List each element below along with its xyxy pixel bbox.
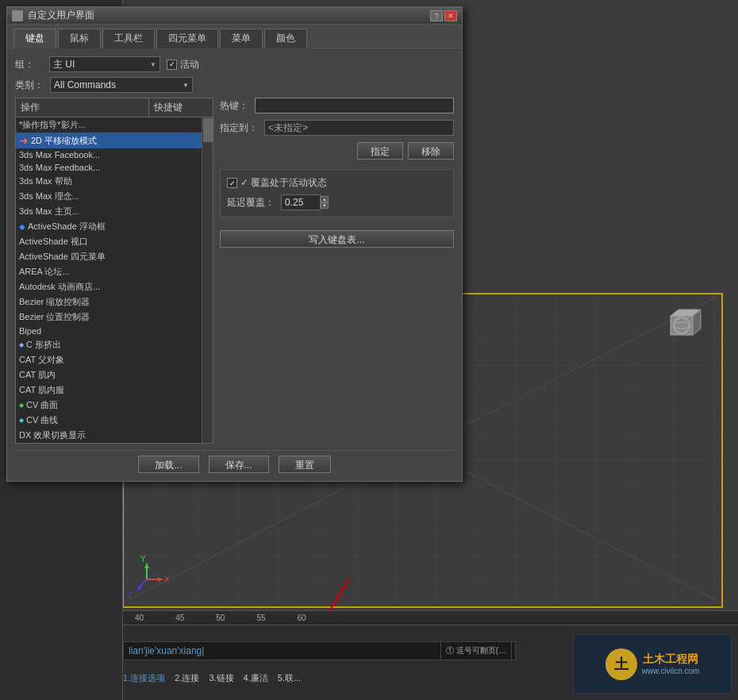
group-dropdown-arrow: ▼ (150, 61, 156, 68)
tab-toolbar[interactable]: 工具栏 (102, 29, 155, 48)
list-item[interactable]: 3ds Max Facebook... (16, 148, 213, 161)
save-button[interactable]: 保存... (209, 456, 269, 473)
cover-active-label: ✓ 覆盖处于活动状态 (240, 176, 327, 190)
svg-line-45 (137, 579, 147, 589)
delay-arrows: ▲ ▼ (321, 196, 329, 209)
delay-row: 延迟覆盖： 0.25 ▲ ▼ (227, 194, 447, 210)
hotkey-row: 热键： (220, 98, 454, 113)
hotkey-input[interactable] (255, 98, 454, 113)
dialog-title: 自定义用户界面 (12, 9, 94, 22)
svg-text:Y: Y (140, 555, 146, 563)
delay-down-arrow[interactable]: ▼ (321, 202, 329, 209)
list-item[interactable]: ◆ ActiveShade 浮动框 (16, 219, 213, 234)
cover-section: ✓ ✓ 覆盖处于活动状态 延迟覆盖： 0.25 ▲ ▼ (220, 169, 454, 217)
hint-circle-label: ① 逗号可翻页(… (440, 641, 512, 660)
cover-active-checkbox[interactable]: ✓ ✓ 覆盖处于活动状态 (227, 176, 327, 190)
hint-item-1: 1.连接选项 (123, 672, 165, 684)
list-item-cat-muscle-clothing[interactable]: CAT 肌内服 (16, 383, 213, 398)
group-label: 组： (15, 58, 43, 71)
cv-curve-icon: ◆ (19, 417, 24, 424)
svg-text:X: X (164, 575, 170, 584)
list-item-selected[interactable]: ➜ 2D 平移缩放模式 (16, 133, 213, 148)
list-item[interactable]: 3ds Max 主页... (16, 204, 213, 219)
hint-item-5: 5.联... (278, 672, 301, 684)
close-button[interactable]: ✕ (444, 10, 457, 21)
list-item-cat-parent[interactable]: CAT 父对象 (16, 352, 213, 367)
list-item[interactable]: AREA 论坛... (16, 264, 213, 279)
load-button[interactable]: 加载... (138, 456, 198, 473)
assign-button[interactable]: 指定 (357, 142, 403, 160)
group-dropdown[interactable]: 主 UI ▼ (49, 56, 160, 72)
cover-checkbox-box[interactable]: ✓ (227, 178, 237, 188)
tab-quad-menu[interactable]: 四元菜单 (156, 29, 218, 48)
hint-item-4: 4.廉洁 (244, 672, 268, 684)
active-label: 活动 (180, 58, 199, 71)
list-item[interactable]: Bezier 位置控制器 (16, 310, 213, 325)
reset-button[interactable]: 重置 (279, 456, 331, 473)
delay-up-arrow[interactable]: ▲ (321, 196, 329, 202)
titlebar-buttons: ? ✕ (430, 10, 457, 21)
category-dropdown[interactable]: All Commands ▼ (50, 77, 193, 93)
command-input-text: lian'jie'xuan'xiang| (129, 645, 204, 656)
write-keyboard-button[interactable]: 写入键盘表... (220, 230, 454, 248)
category-dropdown-arrow: ▼ (183, 82, 189, 89)
active-checkbox-box[interactable]: ✓ (167, 60, 177, 70)
cv-surface-icon: ◆ (19, 402, 24, 409)
watermark-site: www.civilcn.com (642, 667, 700, 675)
active-checkbox[interactable]: ✓ 活动 (167, 58, 199, 71)
list-item[interactable]: Biped (16, 325, 213, 337)
hint-item-2: 2.连接 (175, 672, 199, 684)
list-item[interactable]: *操作指导*影片... (16, 117, 213, 133)
list-item-cat-muscle[interactable]: CAT 肌内 (16, 367, 213, 383)
scrollbar-thumb[interactable] (203, 118, 213, 142)
tab-mouse[interactable]: 鼠标 (58, 29, 101, 48)
delay-input[interactable]: 0.25 (281, 194, 321, 210)
svg-marker-40 (158, 577, 163, 582)
cover-active-row: ✓ ✓ 覆盖处于活动状态 (227, 176, 447, 190)
remove-button[interactable]: 移除 (408, 142, 454, 160)
group-row: 组： 主 UI ▼ ✓ 活动 (15, 56, 454, 72)
list-item[interactable]: 3ds Max 理念... (16, 189, 213, 204)
dialog-titlebar: 自定义用户界面 ? ✕ (7, 7, 462, 25)
tab-color[interactable]: 颜色 (264, 29, 307, 48)
tab-menu[interactable]: 菜单 (220, 29, 263, 48)
assign-to-display: <未指定> (264, 120, 454, 136)
list-item[interactable]: ActiveShade 四元菜单 (16, 249, 213, 264)
hotkey-label: 热键： (220, 99, 248, 113)
tab-keyboard[interactable]: 键盘 (13, 29, 56, 48)
list-item[interactable]: ActiveShade 视口 (16, 234, 213, 249)
help-button[interactable]: ? (430, 10, 443, 21)
right-panel: 热键： 指定到： <未指定> 指定 移除 (220, 98, 454, 444)
dialog-tabs: 键盘 鼠标 工具栏 四元菜单 菜单 颜色 (7, 25, 462, 48)
watermark: 土 土木工程网 www.civilcn.com (573, 634, 732, 694)
delay-spinner: 0.25 ▲ ▼ (281, 194, 329, 210)
category-row: 类别： All Commands ▼ (15, 77, 454, 93)
assign-to-label: 指定到： (220, 121, 258, 135)
col-shortcut: 快捷键 (149, 98, 213, 117)
category-label: 类别： (15, 79, 44, 92)
list-body[interactable]: *操作指导*影片... ➜ 2D 平移缩放模式 3ds Max Facebook… (15, 117, 213, 444)
list-item[interactable]: Autodesk 动画商店... (16, 279, 213, 294)
list-item-cv-curve[interactable]: ◆ CV 曲线 (16, 413, 213, 428)
col-action: 操作 (16, 98, 149, 117)
dialog-body: 组： 主 UI ▼ ✓ 活动 类别： All Commands ▼ 操作 (7, 48, 462, 481)
list-item[interactable]: 3ds Max Feedback... (16, 161, 213, 174)
svg-text:Z: Z (128, 591, 133, 600)
watermark-logo: 土木工程网 (642, 652, 700, 667)
list-item[interactable]: 3ds Max 帮助 (16, 174, 213, 189)
list-item-dx[interactable]: DX 效果切换显示 (16, 428, 213, 443)
activeshade-icon: ◆ (19, 222, 25, 231)
customize-dialog: 自定义用户界面 ? ✕ 键盘 鼠标 工具栏 四元菜单 菜单 颜色 组： 主 UI… (6, 6, 463, 482)
hint-items-area: 1.连接选项 2.连接 3.链接 4.廉洁 5.联... (123, 672, 516, 684)
list-item-cv-surface[interactable]: ◆ CV 曲面 (16, 398, 213, 413)
list-item[interactable]: ◆ C 形挤出 (16, 337, 213, 352)
delay-label: 延迟覆盖： (227, 196, 275, 210)
list-item[interactable]: Bezier 缩放控制器 (16, 294, 213, 310)
hint-item-3: 3.链接 (209, 672, 233, 684)
bottom-buttons: 加载... 保存... 重置 (15, 450, 454, 473)
write-keyboard-row: 写入键盘表... (220, 230, 454, 248)
svg-marker-43 (144, 563, 149, 568)
list-scrollbar[interactable] (202, 117, 213, 443)
assign-buttons-row: 指定 移除 (220, 142, 454, 160)
arrow-icon: ➜ (19, 134, 29, 147)
